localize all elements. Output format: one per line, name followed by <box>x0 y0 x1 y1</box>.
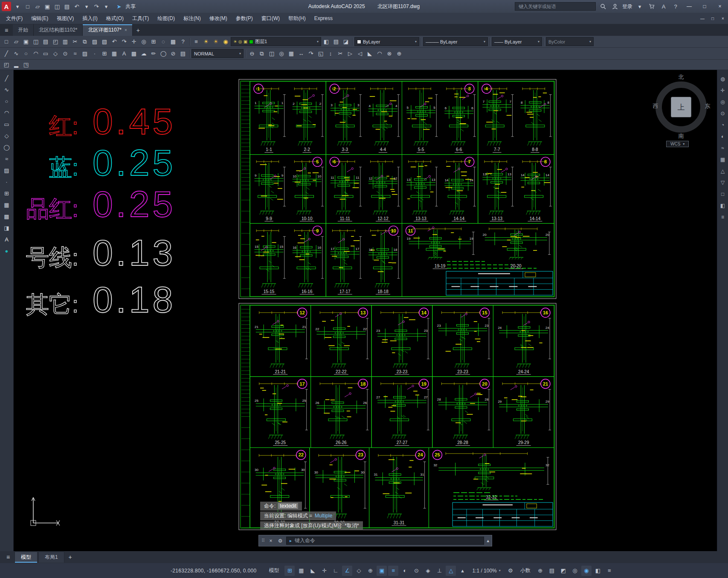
redo-icon[interactable]: ↷ <box>119 37 129 46</box>
detail-cell[interactable]: 555-5666-63 <box>402 81 478 154</box>
annotation-scale-button[interactable]: 1:1 / 100% ▾ <box>472 568 500 574</box>
qat-open-icon[interactable]: ▱ <box>33 2 42 11</box>
ellipse-icon[interactable]: ◯ <box>2 142 12 152</box>
draw-ellipse-icon[interactable]: ◯ <box>159 49 168 58</box>
steering-tool-icon[interactable]: ◐ <box>719 133 727 140</box>
annotation-tool-icon[interactable]: ▂ <box>12 60 21 70</box>
draw-region-icon[interactable]: ▩ <box>129 49 139 58</box>
undo-icon[interactable]: ↶ <box>110 37 119 46</box>
qat-undo-caret-icon[interactable]: ▾ <box>82 2 91 11</box>
annotation-visibility-icon[interactable]: △ <box>446 566 456 576</box>
autoscale-icon[interactable]: ▴ <box>457 566 467 576</box>
menu-item[interactable]: 绘图(D) <box>153 13 179 24</box>
layer-previous-icon[interactable]: ◧ <box>322 37 331 46</box>
qat-redo-caret-icon[interactable]: ▾ <box>102 2 111 11</box>
explode-icon[interactable]: ⊗ <box>385 49 394 58</box>
layout-tab[interactable]: 模型 <box>15 552 38 563</box>
paste-icon[interactable]: ▨ <box>90 37 99 46</box>
insert-block-icon[interactable]: ⊞ <box>100 49 109 58</box>
save-icon[interactable]: ▣ <box>21 37 31 46</box>
plot-preview-icon[interactable]: ◰ <box>51 37 60 46</box>
command-bar-grip[interactable]: ⠿ <box>261 538 265 543</box>
draw-arc-icon[interactable]: ◠ <box>31 49 41 58</box>
detail-cell[interactable]: 313131-3124 <box>369 447 429 528</box>
autodesk-access-icon[interactable]: A <box>659 2 668 11</box>
drawing-sheet-2[interactable]: 212121-2112222222-2213232323-2314232323-… <box>239 303 556 530</box>
layer-freeze-icon[interactable]: ☀ <box>211 37 220 46</box>
pan-icon[interactable]: ✛ <box>129 37 139 46</box>
rectangle-icon[interactable]: ▭ <box>2 119 12 129</box>
legend-value[interactable]: 0.25 <box>93 183 176 224</box>
detail-cell[interactable]: 272727-2719 <box>371 377 432 448</box>
detail-cell[interactable]: 282828-2820 <box>432 377 493 448</box>
lineweight-dropdown[interactable]: —— ByLayer ▾ <box>492 37 542 46</box>
color-legend[interactable]: 红:0.45蓝:0.25品红:0.25号线:0.13其它:0.18 <box>26 101 176 320</box>
polar-tracking-icon[interactable]: ∠ <box>342 566 352 576</box>
detail-cell[interactable]: 252525-2517 <box>250 377 311 448</box>
arc-icon[interactable]: ◠ <box>2 108 12 117</box>
doc-minimize-button[interactable]: — <box>697 14 708 23</box>
quick-properties-icon[interactable]: ▤ <box>547 566 557 576</box>
legend-label[interactable]: 其它: <box>26 291 78 317</box>
layer-isolate-icon[interactable]: ◪ <box>341 37 351 46</box>
command-close-icon[interactable]: × <box>267 538 274 544</box>
login-caret-icon[interactable]: ▾ <box>635 2 644 11</box>
draw-revcloud-icon[interactable]: ☁ <box>139 49 148 58</box>
detail-cell[interactable]: 111111-11121212-126 <box>326 154 402 223</box>
autocad-logo[interactable]: A <box>2 2 11 11</box>
draw-polygon-icon[interactable]: ◇ <box>51 49 60 58</box>
hatch-icon[interactable]: ▨ <box>2 166 12 175</box>
detail-cell[interactable]: 242424-2416 <box>493 305 554 377</box>
orbit-tool-icon[interactable]: ⊙ <box>719 110 727 117</box>
menu-item[interactable]: 格式(O) <box>102 13 128 24</box>
scale-icon[interactable]: ◱ <box>316 49 325 58</box>
plotstyle-dropdown[interactable]: ByColor ▾ <box>546 37 594 46</box>
menu-item[interactable]: 编辑(E) <box>27 13 52 24</box>
layout-menu-icon[interactable]: ≡ <box>3 554 14 561</box>
cart-icon[interactable] <box>647 2 656 11</box>
detail-cell[interactable]: 777-7888-84 <box>478 81 554 154</box>
detail-cell[interactable]: 292929-2921 <box>493 377 554 448</box>
menu-item[interactable]: 工具(T) <box>128 13 153 24</box>
new-drawing-tab-button[interactable]: + <box>133 24 144 36</box>
point-icon[interactable]: ∙ <box>2 177 12 186</box>
extend-icon[interactable]: ▷ <box>345 49 355 58</box>
legend-label[interactable]: 号线: <box>26 244 78 270</box>
plot-icon[interactable]: ▤ <box>41 37 50 46</box>
clean-screen-icon[interactable]: ◧ <box>593 566 603 576</box>
qat-save-icon[interactable]: ▣ <box>43 2 52 11</box>
menu-item[interactable]: 修改(M) <box>205 13 232 24</box>
dynamic-ucs-icon[interactable]: ⊥ <box>434 566 444 576</box>
doc-tab[interactable]: 开始 <box>13 24 34 36</box>
graphics-performance-icon[interactable]: ◉ <box>581 566 592 576</box>
isometric-drafting-icon[interactable]: ◇ <box>354 566 364 576</box>
drawing-canvas[interactable]: 红:0.45蓝:0.25品红:0.25号线:0.13其它:0.18111-122… <box>14 70 717 551</box>
qat-undo-icon[interactable]: ↶ <box>72 2 81 11</box>
snap-mode-icon[interactable]: ▦ <box>296 566 306 576</box>
zoom-previous-icon[interactable]: ◌ <box>159 37 168 46</box>
3d-object-snap-icon[interactable]: ◈ <box>423 566 433 576</box>
transparency-icon[interactable]: ◐ <box>400 566 410 576</box>
save-all-icon[interactable]: ◫ <box>31 37 41 46</box>
layer-properties-icon[interactable]: ≡ <box>191 37 201 46</box>
app-menu-caret-icon[interactable]: ▾ <box>13 2 22 11</box>
legend-value[interactable]: 0.13 <box>93 232 176 273</box>
spline-icon[interactable]: ≈ <box>2 154 12 163</box>
move-icon[interactable]: ↔ <box>296 49 306 58</box>
workspace-switch-icon[interactable]: ◰ <box>2 60 11 70</box>
rotate-icon[interactable]: ↷ <box>306 49 316 58</box>
viewcube[interactable]: 北 南 西 东 上 <box>650 74 712 138</box>
menu-item[interactable]: 帮助(H) <box>284 13 310 24</box>
detail-cell[interactable]: 212121-2112 <box>250 305 311 377</box>
search-icon[interactable] <box>598 2 608 11</box>
share-button[interactable]: ➤ 共享 <box>114 2 136 11</box>
selection-cycling-icon[interactable]: ⊙ <box>411 566 421 576</box>
workspace-gear-icon[interactable]: ⚙ <box>505 566 516 576</box>
array-icon[interactable]: ▦ <box>287 49 296 58</box>
zoom-realtime-icon[interactable]: ◎ <box>139 37 148 46</box>
style-dropdown[interactable]: NORMAL ▾ <box>191 49 244 58</box>
legend-label[interactable]: 品红: <box>26 196 78 221</box>
detail-cell[interactable]: 999-9101010-105 <box>250 154 326 223</box>
doc-tab[interactable]: 北区详图1107*× <box>83 24 132 36</box>
command-input[interactable]: ▸ 键入命令 <box>286 537 484 545</box>
